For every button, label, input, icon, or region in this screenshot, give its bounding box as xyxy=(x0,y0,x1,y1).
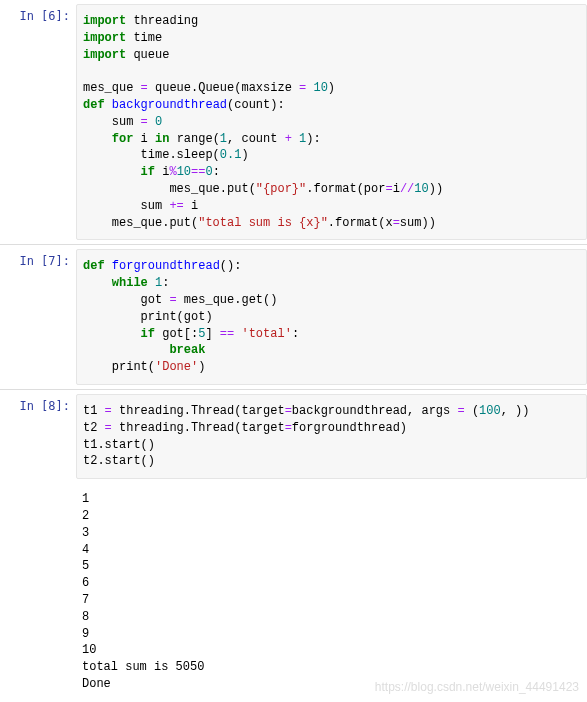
code-content[interactable]: def forgroundthread(): while 1: got = me… xyxy=(76,249,587,385)
code-content[interactable]: t1 = threading.Thread(target=backgroundt… xyxy=(76,394,587,479)
code-cell[interactable]: In [7]:def forgroundthread(): while 1: g… xyxy=(0,245,587,390)
code-cell[interactable]: In [6]:import threading import time impo… xyxy=(0,0,587,245)
watermark: https://blog.csdn.net/weixin_44491423 xyxy=(375,679,579,696)
code-content[interactable]: import threading import time import queu… xyxy=(76,4,587,240)
code-cell[interactable]: In [8]:t1 = threading.Thread(target=back… xyxy=(0,390,587,701)
output-content: 1 2 3 4 5 6 7 8 9 10 total sum is 5050 D… xyxy=(76,483,587,701)
prompt-label: In [7]: xyxy=(0,245,76,389)
prompt-label: In [8]: xyxy=(0,390,76,701)
prompt-label: In [6]: xyxy=(0,0,76,244)
notebook: In [6]:import threading import time impo… xyxy=(0,0,587,701)
